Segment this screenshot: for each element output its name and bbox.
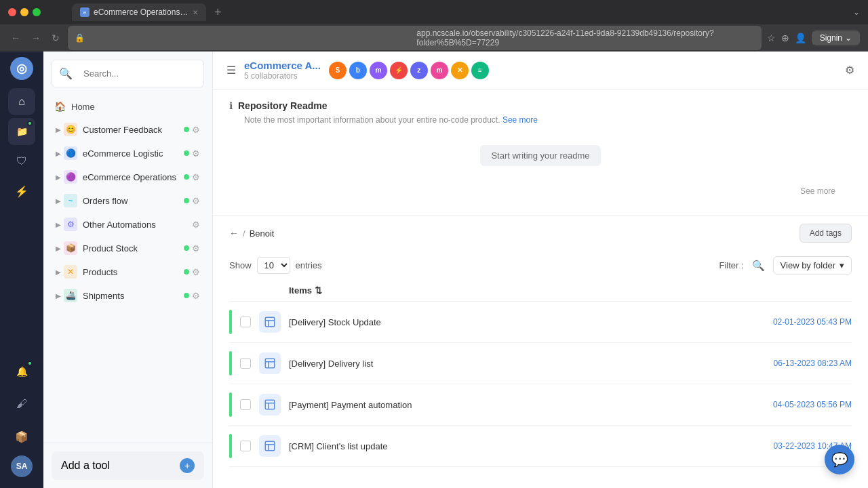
show-entries: Show 10 25 50 entries (229, 257, 322, 274)
repo-subtitle: 5 collaborators (244, 71, 321, 81)
svg-rect-3 (265, 359, 275, 368)
home-icon: 🏠 (54, 101, 66, 112)
signin-button[interactable]: Signin ⌄ (812, 30, 860, 45)
item-settings-icon[interactable]: ⚙ (192, 148, 200, 159)
app-logo[interactable]: ◎ (10, 57, 33, 80)
start-writing-button[interactable]: Start writing your readme (480, 145, 600, 166)
table-rows: [Delivery] Stock Update 02-01-2023 05:43… (229, 302, 852, 467)
expand-icon: ▶ (56, 245, 61, 252)
view-folder-select[interactable]: View by folder ▾ (773, 256, 852, 274)
expand-icon: ▶ (56, 221, 61, 228)
collaborator-icons: S b m ⚡ z m ✕ ≡ (329, 62, 489, 79)
see-more-bottom[interactable]: See more (229, 186, 852, 204)
expand-icon: ▶ (56, 197, 61, 205)
status-dot (184, 127, 189, 132)
table-search-icon[interactable]: 🔍 (752, 260, 765, 272)
sidebar-item-label: Customer Feedback (83, 125, 184, 135)
shield-icon-bar[interactable]: 🛡 (8, 148, 35, 175)
table-row[interactable]: [Delivery] Stock Update 02-01-2023 05:43… (229, 302, 852, 343)
sidebar-item-ecommerce-logistic[interactable]: ▶ 🔵 eCommerce Logistic ⚙ (47, 142, 208, 165)
settings-gear-icon[interactable]: ⚙ (845, 64, 854, 76)
row-checkbox[interactable] (240, 441, 251, 451)
sidebar-item-label: Products (83, 267, 184, 277)
row-checkbox[interactable] (240, 358, 251, 369)
item-actions: ⚙ (184, 125, 200, 135)
show-label: Show (229, 260, 252, 270)
sidebar-item-other-automations[interactable]: ▶ ⚙ Other Automations ⚙ (47, 213, 208, 236)
box-icon[interactable]: 📦 (8, 423, 35, 450)
view-folder-chevron: ▾ (840, 260, 844, 270)
new-tab-button[interactable]: + (212, 5, 224, 20)
repo-icon-bar[interactable]: 📁 (8, 118, 35, 145)
add-tags-button[interactable]: Add tags (800, 224, 852, 243)
menu-icon[interactable]: ☰ (226, 64, 236, 77)
row-checkbox[interactable] (240, 317, 251, 327)
address-bar[interactable]: 🔒 app.ncscale.io/observability/c3051226-… (68, 26, 762, 50)
item-settings-icon[interactable]: ⚙ (192, 125, 200, 135)
item-settings-icon[interactable]: ⚙ (192, 172, 200, 182)
forward-button[interactable]: → (28, 30, 43, 46)
item-settings-icon[interactable]: ⚙ (192, 267, 200, 277)
breadcrumb-current: Benoit (250, 228, 275, 239)
items-table: Items ⇅ [Delivery] Stock Update 02-01-20… (213, 280, 868, 467)
back-button[interactable]: ← (8, 30, 23, 46)
breadcrumb-bar: ← / Benoit Add tags (213, 216, 868, 251)
sidebar-item-shipments[interactable]: ▶ 🚢 Shipments ⚙ (47, 284, 208, 307)
user-avatar[interactable]: SA (11, 455, 33, 477)
status-dot (184, 269, 189, 274)
chat-widget[interactable]: 💬 (825, 445, 854, 474)
profile-icon[interactable]: 👤 (795, 33, 806, 43)
tab-close-icon[interactable]: ✕ (193, 9, 198, 16)
reload-button[interactable]: ↻ (49, 30, 62, 46)
sidebar-item-product-stock[interactable]: ▶ 📦 Product Stock ⚙ (47, 237, 208, 260)
item-actions: ⚙ (192, 220, 200, 230)
nav-bar: ← → ↻ 🔒 app.ncscale.io/observability/c30… (0, 24, 868, 52)
row-checkbox[interactable] (240, 399, 251, 410)
item-settings-icon[interactable]: ⚙ (192, 220, 200, 230)
expand-icon: ▶ (56, 126, 61, 134)
sidebar-item-orders-flow[interactable]: ▶ ~ Orders flow ⚙ (47, 189, 208, 212)
table-row[interactable]: [Payment] Payment automation 04-05-2023 … (229, 384, 852, 426)
table-row[interactable]: [CRM] Client's list update 03-22-2023 10… (229, 426, 852, 467)
status-dot (184, 150, 189, 156)
minimize-button[interactable] (20, 8, 28, 16)
table-row[interactable]: [Delivery] Delivery list 06-13-2023 08:2… (229, 343, 852, 384)
tab-menu-button[interactable]: ⌄ (853, 7, 860, 17)
sidebar-item-label: Orders flow (83, 196, 184, 206)
active-tab[interactable]: e eCommerce Operations Repo... ✕ (72, 3, 206, 21)
brush-icon[interactable]: 🖌 (8, 390, 35, 418)
sidebar-item-products[interactable]: ▶ ✕ Products ⚙ (47, 260, 208, 283)
integration-icon-bar[interactable]: ⚡ (8, 178, 35, 205)
extension-icon[interactable]: ⊕ (781, 33, 789, 43)
add-tool-button[interactable]: Add a tool + (52, 451, 204, 480)
table-right-controls: Filter : 🔍 View by folder ▾ (719, 256, 852, 274)
readme-section: ℹ Repository Readme Note the most import… (213, 89, 868, 216)
sidebar-item-label: eCommerce Operations (83, 172, 184, 182)
search-box[interactable]: 🔍 (52, 60, 204, 87)
table-controls: Show 10 25 50 entries Filter : 🔍 View by… (213, 251, 868, 280)
sidebar-home[interactable]: 🏠 Home (43, 96, 212, 117)
expand-icon: ▶ (56, 268, 61, 276)
item-settings-icon[interactable]: ⚙ (192, 243, 200, 253)
entries-select[interactable]: 10 25 50 (257, 257, 290, 274)
readme-see-more-link[interactable]: See more (502, 115, 538, 125)
item-icon: 📦 (64, 241, 77, 255)
close-button[interactable] (8, 8, 16, 16)
item-settings-icon[interactable]: ⚙ (192, 291, 200, 301)
item-icon: ⚙ (64, 218, 77, 231)
notifications-icon[interactable]: 🔔 (8, 358, 35, 385)
item-settings-icon[interactable]: ⚙ (192, 196, 200, 206)
bookmark-icon[interactable]: ☆ (767, 33, 776, 43)
home-icon-bar[interactable]: ⌂ (8, 88, 35, 115)
sidebar-item-label: eCommerce Logistic (83, 148, 184, 159)
breadcrumb-back-button[interactable]: ← (229, 228, 239, 239)
entries-label: entries (296, 260, 322, 270)
signin-label: Signin (820, 33, 842, 43)
item-icon: ~ (64, 194, 77, 207)
breadcrumb: ← / Benoit (229, 228, 275, 239)
items-header-label: Items ⇅ (289, 285, 322, 296)
sidebar-item-ecommerce-operations[interactable]: ▶ 🟣 eCommerce Operations ⚙ (47, 165, 208, 188)
search-input[interactable] (77, 64, 197, 83)
fullscreen-button[interactable] (33, 8, 41, 16)
sidebar-item-customer-feedback[interactable]: ▶ 😊 Customer Feedback ⚙ (47, 118, 208, 141)
